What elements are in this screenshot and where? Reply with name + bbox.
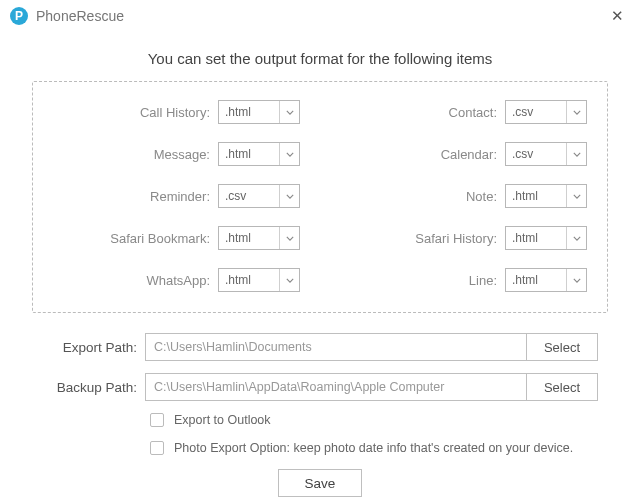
chevron-down-icon	[566, 143, 586, 165]
backup-path-label: Backup Path:	[42, 380, 137, 395]
app-logo-icon: P	[10, 7, 28, 25]
format-field: WhatsApp:.html	[53, 268, 300, 292]
format-select-value: .html	[219, 273, 279, 287]
format-select[interactable]: .csv	[505, 142, 587, 166]
chevron-down-icon	[566, 185, 586, 207]
format-label: Reminder:	[150, 189, 210, 204]
app-title: PhoneRescue	[36, 8, 124, 24]
format-label: Safari History:	[415, 231, 497, 246]
format-label: Calendar:	[441, 147, 497, 162]
format-label: Message:	[154, 147, 210, 162]
page-heading: You can set the output format for the fo…	[0, 50, 640, 67]
close-icon[interactable]: ✕	[605, 5, 630, 27]
format-select[interactable]: .html	[505, 184, 587, 208]
export-outlook-checkbox[interactable]	[150, 413, 164, 427]
format-label: Line:	[469, 273, 497, 288]
export-path-select-button[interactable]: Select	[526, 333, 598, 361]
format-select-value: .html	[219, 105, 279, 119]
backup-path-select-button[interactable]: Select	[526, 373, 598, 401]
format-select[interactable]: .html	[218, 268, 300, 292]
format-select[interactable]: .csv	[505, 100, 587, 124]
export-outlook-label: Export to Outlook	[174, 413, 271, 427]
format-field: Call History:.html	[53, 100, 300, 124]
export-path-row: Export Path: Select	[42, 333, 598, 361]
photo-export-label: Photo Export Option: keep photo date inf…	[174, 441, 573, 455]
format-select[interactable]: .html	[505, 226, 587, 250]
format-field: Contact:.csv	[340, 100, 587, 124]
title-bar: P PhoneRescue ✕	[0, 0, 640, 32]
chevron-down-icon	[279, 269, 299, 291]
format-select[interactable]: .csv	[218, 184, 300, 208]
chevron-down-icon	[279, 227, 299, 249]
chevron-down-icon	[566, 269, 586, 291]
save-button[interactable]: Save	[278, 469, 362, 497]
format-select-value: .html	[219, 147, 279, 161]
paths-section: Export Path: Select Backup Path: Select	[42, 333, 598, 401]
chevron-down-icon	[566, 101, 586, 123]
chevron-down-icon	[566, 227, 586, 249]
format-label: Contact:	[449, 105, 497, 120]
format-settings-panel: Call History:.htmlContact:.csvMessage:.h…	[32, 81, 608, 313]
format-label: Safari Bookmark:	[110, 231, 210, 246]
chevron-down-icon	[279, 101, 299, 123]
format-select-value: .html	[506, 231, 566, 245]
format-field: Safari History:.html	[340, 226, 587, 250]
format-field: Note:.html	[340, 184, 587, 208]
format-field: Message:.html	[53, 142, 300, 166]
backup-path-input[interactable]	[145, 373, 526, 401]
export-path-input[interactable]	[145, 333, 526, 361]
photo-export-option: Photo Export Option: keep photo date inf…	[150, 441, 640, 455]
format-select-value: .html	[219, 231, 279, 245]
format-select[interactable]: .html	[218, 226, 300, 250]
format-label: WhatsApp:	[146, 273, 210, 288]
format-select[interactable]: .html	[218, 100, 300, 124]
format-label: Note:	[466, 189, 497, 204]
format-select[interactable]: .html	[505, 268, 587, 292]
export-path-label: Export Path:	[42, 340, 137, 355]
format-select-value: .csv	[506, 147, 566, 161]
format-label: Call History:	[140, 105, 210, 120]
format-select[interactable]: .html	[218, 142, 300, 166]
format-field: Calendar:.csv	[340, 142, 587, 166]
export-outlook-option: Export to Outlook	[150, 413, 640, 427]
format-field: Line:.html	[340, 268, 587, 292]
options-section: Export to Outlook Photo Export Option: k…	[150, 413, 640, 455]
format-select-value: .csv	[219, 189, 279, 203]
chevron-down-icon	[279, 185, 299, 207]
backup-path-row: Backup Path: Select	[42, 373, 598, 401]
photo-export-checkbox[interactable]	[150, 441, 164, 455]
format-select-value: .csv	[506, 105, 566, 119]
format-select-value: .html	[506, 273, 566, 287]
format-field: Reminder:.csv	[53, 184, 300, 208]
format-field: Safari Bookmark:.html	[53, 226, 300, 250]
format-select-value: .html	[506, 189, 566, 203]
chevron-down-icon	[279, 143, 299, 165]
